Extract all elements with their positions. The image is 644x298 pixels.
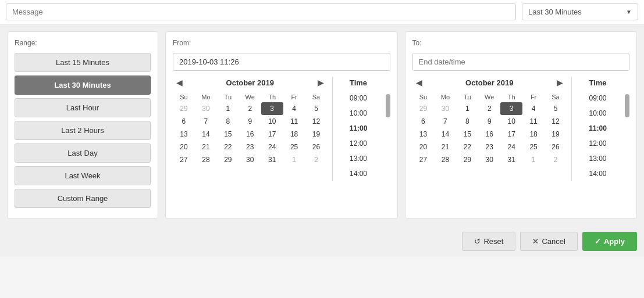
cal-day[interactable]: 29	[217, 153, 239, 166]
cal-day[interactable]: 24	[500, 141, 522, 153]
cal-day[interactable]: 7	[195, 115, 217, 128]
cal-day[interactable]: 29	[412, 102, 435, 115]
cal-day[interactable]: 27	[173, 153, 195, 166]
time-item[interactable]: 10:00	[572, 106, 624, 121]
range-btn-custom-range[interactable]: Custom Range	[15, 189, 151, 208]
cal-day[interactable]: 5	[545, 102, 567, 115]
cal-day[interactable]: 31	[261, 153, 283, 166]
cal-day[interactable]: 16	[239, 128, 261, 141]
range-btn-last-week[interactable]: Last Week	[15, 166, 151, 185]
cal-day[interactable]: 19	[305, 128, 328, 141]
time-item[interactable]: 09:00	[572, 91, 624, 106]
cal-day[interactable]: 17	[261, 128, 283, 141]
cal-day[interactable]: 10	[261, 115, 283, 128]
cal-day[interactable]: 12	[545, 115, 567, 128]
cal-day[interactable]: 4	[283, 102, 305, 115]
cal-day[interactable]: 13	[173, 128, 195, 141]
cal-day[interactable]: 1	[456, 102, 478, 115]
cal-day[interactable]: 26	[305, 141, 328, 153]
cal-day[interactable]: 24	[261, 141, 283, 153]
cal-day[interactable]: 27	[412, 153, 435, 166]
cal-day[interactable]: 11	[522, 115, 545, 128]
cal-day[interactable]: 11	[283, 115, 305, 128]
cal-day[interactable]: 20	[412, 141, 435, 153]
cal-day[interactable]: 19	[545, 128, 567, 141]
cal-day[interactable]: 30	[239, 153, 261, 166]
cal-day[interactable]: 20	[173, 141, 195, 153]
cal-day[interactable]: 26	[545, 141, 567, 153]
cal-day[interactable]: 2	[305, 153, 328, 166]
cal-day[interactable]: 8	[217, 115, 239, 128]
reset-button[interactable]: ↺ Reset	[462, 232, 515, 251]
cal-day[interactable]: 5	[305, 102, 328, 115]
cal-day[interactable]: 28	[195, 153, 217, 166]
cal-day[interactable]: 15	[456, 128, 478, 141]
from-next-button[interactable]: ▶	[314, 77, 328, 88]
time-item[interactable]: 13:00	[572, 151, 624, 166]
cal-day[interactable]: 12	[305, 115, 328, 128]
cal-day[interactable]: 23	[239, 141, 261, 153]
cal-day[interactable]: 25	[522, 141, 545, 153]
to-date-input[interactable]	[412, 53, 630, 71]
time-item[interactable]: 12:00	[333, 136, 385, 151]
cal-day[interactable]: 2	[478, 102, 500, 115]
cal-day[interactable]: 30	[478, 153, 500, 166]
cal-day[interactable]: 31	[500, 153, 522, 166]
time-item[interactable]: 10:00	[333, 106, 385, 121]
range-btn-last-15-minutes[interactable]: Last 15 Minutes	[15, 53, 151, 72]
cal-day[interactable]: 8	[456, 115, 478, 128]
cal-day[interactable]: 29	[173, 102, 195, 115]
message-input[interactable]	[6, 3, 516, 20]
cal-day[interactable]: 3	[261, 102, 283, 115]
cal-day[interactable]: 6	[412, 115, 435, 128]
cal-day[interactable]: 1	[217, 102, 239, 115]
cal-day[interactable]: 6	[173, 115, 195, 128]
range-btn-last-30-minutes[interactable]: Last 30 Minutes	[15, 76, 151, 95]
cal-day[interactable]: 22	[456, 141, 478, 153]
cal-day[interactable]: 4	[522, 102, 545, 115]
cal-day[interactable]: 2	[545, 153, 567, 166]
range-dropdown[interactable]: Last 30 Minutes ▼	[522, 3, 638, 20]
time-item[interactable]: 09:00	[333, 91, 385, 106]
cal-day[interactable]: 16	[478, 128, 500, 141]
cal-day[interactable]: 14	[195, 128, 217, 141]
cal-day[interactable]: 9	[478, 115, 500, 128]
from-prev-button[interactable]: ◀	[173, 77, 186, 88]
cal-day[interactable]: 17	[500, 128, 522, 141]
range-btn-last-hour[interactable]: Last Hour	[15, 98, 151, 117]
to-prev-button[interactable]: ◀	[412, 77, 426, 88]
cal-day[interactable]: 22	[217, 141, 239, 153]
time-item[interactable]: 11:00	[333, 121, 385, 136]
cal-day[interactable]: 13	[412, 128, 435, 141]
cal-day[interactable]: 1	[522, 153, 545, 166]
cal-day[interactable]: 21	[434, 141, 456, 153]
cal-day[interactable]: 30	[195, 102, 217, 115]
cal-day[interactable]: 23	[478, 141, 500, 153]
cal-day[interactable]: 18	[522, 128, 545, 141]
time-item[interactable]: 13:00	[333, 151, 385, 166]
time-item[interactable]: 12:00	[572, 136, 624, 151]
range-btn-last-2-hours[interactable]: Last 2 Hours	[15, 121, 151, 140]
cal-day[interactable]: 2	[239, 102, 261, 115]
time-item[interactable]: 14:00	[333, 166, 385, 181]
time-item[interactable]: 11:00	[572, 121, 624, 136]
time-item[interactable]: 14:00	[572, 166, 624, 181]
cal-day[interactable]: 15	[217, 128, 239, 141]
apply-button[interactable]: ✓ Apply	[582, 232, 637, 251]
cal-day[interactable]: 9	[239, 115, 261, 128]
cal-day[interactable]: 18	[283, 128, 305, 141]
cal-day[interactable]: 1	[283, 153, 305, 166]
cal-day[interactable]: 25	[283, 141, 305, 153]
cal-day[interactable]: 29	[456, 153, 478, 166]
cancel-button[interactable]: ✕ Cancel	[520, 232, 577, 251]
cal-day[interactable]: 7	[434, 115, 456, 128]
to-next-button[interactable]: ▶	[553, 77, 567, 88]
cal-day[interactable]: 28	[434, 153, 456, 166]
range-btn-last-day[interactable]: Last Day	[15, 143, 151, 163]
from-date-input[interactable]	[173, 53, 390, 71]
cal-day[interactable]: 21	[195, 141, 217, 153]
cal-day[interactable]: 10	[500, 115, 522, 128]
cal-day[interactable]: 30	[434, 102, 456, 115]
cal-day[interactable]: 14	[434, 128, 456, 141]
cal-day[interactable]: 3	[500, 102, 522, 115]
